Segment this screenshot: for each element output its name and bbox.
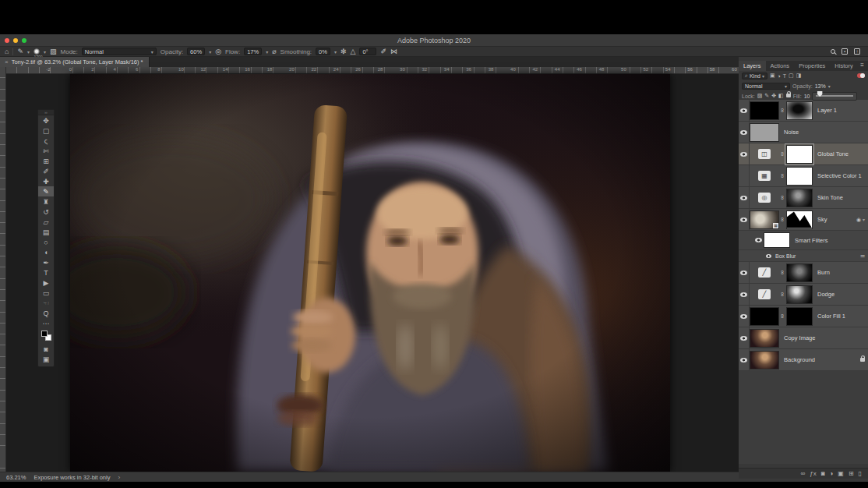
- eraser-tool[interactable]: ▱: [38, 217, 54, 227]
- filter-toggle[interactable]: [857, 73, 865, 78]
- fill-slider[interactable]: [812, 92, 857, 101]
- layer-thumbnail[interactable]: [750, 329, 779, 348]
- smoothing-caret-icon[interactable]: ▾: [334, 49, 337, 55]
- layer-mask-thumbnail[interactable]: [786, 189, 813, 207]
- blur-tool[interactable]: ○: [38, 237, 54, 247]
- flow-caret-icon[interactable]: ▾: [266, 49, 268, 55]
- smoothing-options-gear-icon[interactable]: ✻: [340, 48, 347, 55]
- filter-adjustment-icon[interactable]: ◑: [778, 73, 781, 79]
- type-tool[interactable]: T: [38, 267, 54, 278]
- lock-pixels-icon[interactable]: ✎: [764, 93, 769, 99]
- path-selection-tool[interactable]: ▶: [38, 278, 54, 288]
- layer-row[interactable]: ∞Layer 1: [739, 100, 868, 122]
- fill-slider-handle[interactable]: [817, 91, 823, 97]
- healing-brush-tool[interactable]: ✚: [38, 176, 54, 186]
- opacity-caret-icon[interactable]: ▾: [828, 83, 831, 89]
- adjustment-layer-icon[interactable]: ╱: [758, 267, 771, 278]
- layer-visibility-toggle[interactable]: [739, 327, 750, 348]
- adjustment-layer-icon[interactable]: ▦: [758, 171, 771, 181]
- link-layers-icon[interactable]: ∞: [800, 471, 805, 477]
- layer-visibility-toggle[interactable]: [739, 284, 750, 305]
- layer-row[interactable]: ◫∞Global Tone: [739, 143, 868, 165]
- dodge-tool[interactable]: ◖: [38, 247, 54, 257]
- smart-filter-collapse-icon[interactable]: ▾: [863, 217, 865, 222]
- brush-tool-icon[interactable]: ✎: [17, 48, 23, 55]
- filter-shape-icon[interactable]: ▢: [789, 72, 794, 79]
- lasso-tool[interactable]: ς: [38, 136, 54, 146]
- close-tab-icon[interactable]: ×: [5, 58, 9, 65]
- adjustment-layer-icon[interactable]: ◫: [758, 149, 771, 159]
- move-tool[interactable]: ✥: [38, 115, 54, 126]
- layer-mask-link-icon[interactable]: ∞: [780, 172, 785, 179]
- new-layer-icon[interactable]: ⊞: [849, 471, 854, 477]
- brush-tool[interactable]: ✎: [38, 186, 54, 196]
- layer-mask-link-icon[interactable]: ∞: [780, 269, 785, 276]
- brush-angle-field[interactable]: 0°: [359, 48, 376, 55]
- status-chevron-icon[interactable]: ›: [118, 474, 120, 481]
- layer-visibility-toggle[interactable]: [739, 122, 750, 143]
- tab-history[interactable]: History: [830, 61, 857, 71]
- layer-row[interactable]: ▦∞Selective Color 1: [739, 165, 868, 187]
- new-group-icon[interactable]: ▣: [838, 471, 844, 477]
- layer-row[interactable]: ∞Color Fill 1: [739, 306, 868, 327]
- layer-row[interactable]: ╱∞Dodge: [739, 284, 868, 306]
- crop-tool[interactable]: ⊞: [38, 156, 54, 166]
- filter-type-icon[interactable]: T: [783, 73, 786, 79]
- layer-visibility-toggle[interactable]: [739, 262, 750, 283]
- workspace-switcher-icon[interactable]: ▪: [842, 48, 848, 55]
- fill-slider-track[interactable]: [816, 95, 853, 97]
- layer-mask-thumbnail[interactable]: [786, 307, 813, 326]
- layer-blend-mode-select[interactable]: Normal ▾: [742, 83, 790, 90]
- layer-row[interactable]: Noise: [739, 122, 868, 143]
- layer-visibility-toggle[interactable]: [753, 231, 764, 249]
- layer-style-icon[interactable]: ƒx: [810, 471, 816, 477]
- adjustment-layer-icon[interactable]: ◎: [758, 193, 771, 203]
- pressure-size-icon[interactable]: ✐: [380, 48, 386, 55]
- add-layer-mask-icon[interactable]: ◙: [821, 471, 825, 477]
- layer-row[interactable]: ▦∞Sky◉▾: [739, 209, 868, 231]
- layer-thumbnail[interactable]: [750, 123, 779, 142]
- lock-artboard-icon[interactable]: ◧: [778, 93, 784, 99]
- layer-mask-link-icon[interactable]: ∞: [780, 107, 785, 114]
- filter-blending-options-icon[interactable]: ⚌: [860, 253, 865, 259]
- layer-mask-link-icon[interactable]: ∞: [780, 150, 785, 157]
- brush-settings-panel-icon[interactable]: ▨: [50, 48, 57, 55]
- layer-thumbnail[interactable]: [764, 232, 790, 248]
- eyedropper-tool[interactable]: ✐: [38, 166, 54, 176]
- layer-mask-link-icon[interactable]: ∞: [780, 313, 785, 320]
- layer-visibility-toggle[interactable]: [739, 165, 750, 186]
- tab-properties[interactable]: Properties: [794, 61, 830, 71]
- layer-visibility-toggle[interactable]: [739, 100, 750, 121]
- lock-all-icon[interactable]: [786, 93, 791, 99]
- search-icon[interactable]: [831, 49, 835, 54]
- layer-mask-link-icon[interactable]: ∞: [780, 194, 785, 201]
- brush-preset-picker[interactable]: 1700: [34, 48, 40, 55]
- shape-tool[interactable]: ▭: [38, 288, 54, 298]
- layer-mask-thumbnail[interactable]: [786, 101, 813, 120]
- flow-field[interactable]: 17%: [244, 48, 262, 55]
- layer-visibility-toggle[interactable]: [764, 250, 773, 261]
- lock-transparency-icon[interactable]: ▨: [757, 93, 763, 99]
- pressure-opacity-icon[interactable]: ◎: [215, 48, 221, 55]
- tool-preset-caret-icon[interactable]: ▾: [27, 49, 30, 55]
- canvas-photo[interactable]: [70, 74, 670, 472]
- layer-opacity-value[interactable]: 13%: [815, 83, 826, 89]
- hand-tool[interactable]: ☜: [38, 298, 54, 308]
- airbrush-icon[interactable]: ⌀: [272, 48, 276, 55]
- layer-thumbnail[interactable]: [750, 351, 779, 370]
- symmetry-icon[interactable]: ⋈: [390, 48, 397, 55]
- toolbar-grip[interactable]: ››: [38, 110, 54, 115]
- layer-mask-thumbnail[interactable]: [786, 263, 813, 282]
- filter-kind-select[interactable]: ⌕ Kind ▾: [742, 72, 767, 80]
- brush-picker-caret-icon[interactable]: ▾: [44, 49, 46, 55]
- history-brush-tool[interactable]: ↺: [38, 207, 54, 217]
- document-tab[interactable]: × Tony-2.tif @ 63.2% (Global Tone, Layer…: [0, 57, 150, 67]
- lock-position-icon[interactable]: ✥: [771, 93, 776, 99]
- vertical-ruler[interactable]: [0, 67, 6, 482]
- layer-row[interactable]: Background: [739, 349, 868, 371]
- adjustment-layer-icon[interactable]: ╱: [758, 289, 771, 299]
- screen-mode-button[interactable]: ▣: [38, 354, 54, 364]
- layer-mask-thumbnail[interactable]: [786, 167, 813, 186]
- home-icon[interactable]: ⌂: [5, 48, 9, 55]
- layer-thumbnail[interactable]: ▦: [750, 210, 779, 229]
